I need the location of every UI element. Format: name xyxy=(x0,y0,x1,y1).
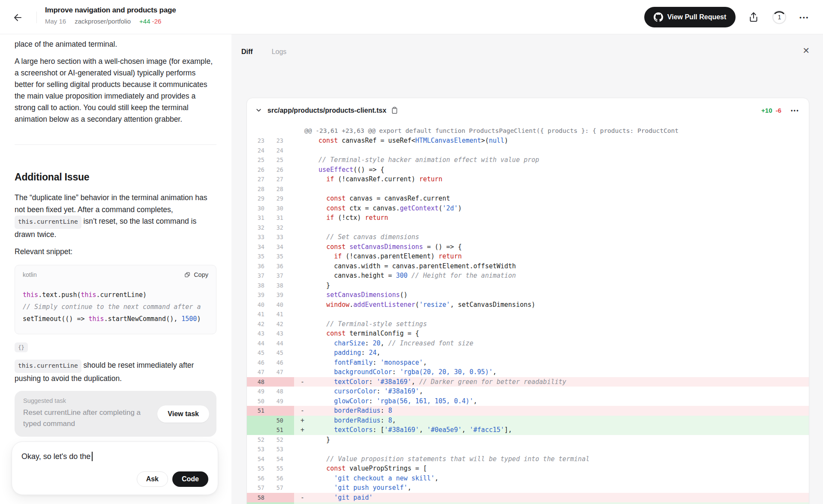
repo-name: zackproser/portfolio xyxy=(75,18,131,25)
diff-row: 51- borderRadius: 8 xyxy=(247,406,809,416)
copy-path-button[interactable] xyxy=(391,107,398,114)
diff-row: 5252 } xyxy=(247,435,809,445)
file-deletions: -6 xyxy=(776,107,781,114)
diff-rows: 2323 const canvasRef = useRef<HTMLCanvas… xyxy=(247,136,809,504)
diff-file-header: src/app/products/products-client.tsx +10… xyxy=(247,98,809,123)
diff-row: 3636 canvas.width = canvas.parentElement… xyxy=(247,261,809,271)
deletions-count: -26 xyxy=(152,18,162,25)
hunk-header: @@ -23,61 +23,63 @@ export default funct… xyxy=(247,126,809,136)
diff-row: 3737 canvas.height = 300 // Height for t… xyxy=(247,271,809,281)
diff-row: 4040 window.addEventListener('resize', s… xyxy=(247,300,809,310)
collapse-file-button[interactable] xyxy=(255,107,262,114)
diff-row: 4444 charSize: 20, // Increased font siz… xyxy=(247,339,809,348)
relevant-snippet-label: Relevant snippet: xyxy=(15,246,216,258)
diff-row: 50+ borderRadius: 8, xyxy=(247,416,809,426)
diff-row: 5454 // Value proposition statements tha… xyxy=(247,454,809,464)
diff-row: 5656 'git checkout a new skill', xyxy=(247,474,809,483)
inline-code-chip: this.currentLine xyxy=(15,360,81,373)
diff-row: 2525 // Terminal-style hacker animation … xyxy=(247,155,809,165)
tab-diff[interactable]: Diff xyxy=(241,48,253,56)
suggested-task-card: Suggested task Reset currentLine after c… xyxy=(15,391,216,437)
chat-panel: place of the animated terminal. A large … xyxy=(0,34,231,504)
diff-row: 4343 const terminalConfig = { xyxy=(247,329,809,339)
diff-row: 3131 if (!ctx) return xyxy=(247,213,809,223)
code-button[interactable]: Code xyxy=(172,471,208,487)
diff-row: 51+ textColors: ['#38a169', '#0ea5e9', '… xyxy=(247,425,809,435)
view-pull-request-label: View Pull Request xyxy=(667,13,727,21)
paragraph-fragment: place of the animated terminal. xyxy=(15,39,216,50)
notification-badge[interactable]: 1 xyxy=(772,9,787,25)
app-header: Improve navigation and products page May… xyxy=(0,0,823,34)
suggested-task-label: Suggested task xyxy=(23,397,208,404)
diff-row: 3939 setCanvasDimensions() xyxy=(247,290,809,300)
snippet-language: kotlin xyxy=(23,271,37,278)
diff-row: 3333 // Set canvas dimensions xyxy=(247,232,809,242)
back-button[interactable] xyxy=(10,10,26,25)
diff-row: 4242 // Terminal-style settings xyxy=(247,319,809,329)
view-pull-request-button[interactable]: View Pull Request xyxy=(644,7,736,27)
additional-issue-heading: Additional Issue xyxy=(15,171,216,183)
diff-row: 3838 } xyxy=(247,281,809,291)
composer-input[interactable]: Okay, so let's do the xyxy=(21,452,208,461)
composer-actions: Ask Code xyxy=(21,471,208,487)
diff-row: 3434 const setCanvasDimensions = () => { xyxy=(247,242,809,252)
composer-card: Okay, so let's do the Ask Code xyxy=(12,441,218,495)
arrow-left-icon xyxy=(13,12,23,23)
diff-row: 58- 'git paid' xyxy=(247,493,809,503)
snippet-line: this.text.push(this.currentLine) xyxy=(23,289,208,301)
diff-row: 4646 fontFamily: 'monospace', xyxy=(247,358,809,368)
copy-icon xyxy=(184,271,191,278)
diff-row: 4141 xyxy=(247,309,809,319)
github-icon xyxy=(654,12,663,22)
copy-button[interactable]: Copy xyxy=(184,271,208,278)
share-button[interactable] xyxy=(748,11,759,23)
diff-row: 2626 useEffect(() => { xyxy=(247,165,809,175)
diff-row: 4948 cursorColor: '#38a169', xyxy=(247,387,809,396)
view-task-button[interactable]: View task xyxy=(157,405,209,423)
diff-row: 5555 const valuePropStrings = [ xyxy=(247,464,809,474)
snippet-code: this.text.push(this.currentLine)// Simpl… xyxy=(15,278,216,334)
title-block: Improve navigation and products page May… xyxy=(45,6,176,25)
diff-row: 3232 xyxy=(247,223,809,233)
session-title: Improve navigation and products page xyxy=(45,6,176,15)
header-menu-button[interactable]: ••• xyxy=(799,14,809,21)
file-path: src/app/products/products-client.tsx xyxy=(267,107,386,114)
header-actions: View Pull Request 1 ••• xyxy=(644,7,809,27)
diff-row: 5353 xyxy=(247,444,809,454)
snippet-header: kotlin Copy xyxy=(15,265,216,278)
diff-file-card: src/app/products/products-client.tsx +10… xyxy=(246,98,809,504)
header-divider xyxy=(36,12,37,23)
paragraph-hero: A large hero section with a well-chosen … xyxy=(15,56,216,125)
diff-row: 3030 const ctx = canvas.getContext('2d') xyxy=(247,204,809,213)
close-panel-button[interactable]: ✕ xyxy=(802,46,810,55)
diff-row: 5757 'git push yourself', xyxy=(247,483,809,493)
diff-row: 2929 const canvas = canvasRef.current xyxy=(247,194,809,204)
diff-row: 2828 xyxy=(247,184,809,194)
inline-code-chip: this.currentLine xyxy=(15,216,81,229)
badge-count: 1 xyxy=(778,14,781,21)
panel-tabs: Diff Logs xyxy=(241,48,286,56)
diff-row: 4747 backgroundColor: 'rgba(20, 20, 30, … xyxy=(247,367,809,377)
snippet-line: setTimeout(() => this.startNewCommand(),… xyxy=(23,313,208,325)
diff-panel: Diff Logs ✕ src/app/products/products-cl… xyxy=(231,34,823,504)
issue-paragraph: The “duplicate line” behavior in the ter… xyxy=(15,192,216,240)
file-additions: +10 xyxy=(761,107,772,114)
reset-note: this.currentLine should be reset immedia… xyxy=(15,360,216,384)
diff-row xyxy=(247,502,809,504)
file-menu-button[interactable]: ••• xyxy=(791,108,799,114)
diff-row: 5049 glowColor: 'rgba(56, 161, 105, 0.4)… xyxy=(247,396,809,406)
additions-count: +44 xyxy=(139,18,150,25)
suggested-task-title: Reset currentLine after completing a typ… xyxy=(23,407,145,429)
ask-button[interactable]: Ask xyxy=(137,471,168,487)
code-snippet-block: kotlin Copy this.text.push(this.currentL… xyxy=(15,265,216,334)
tab-logs[interactable]: Logs xyxy=(272,48,287,56)
diff-row: 48- textColor: '#38a169', // Darker gree… xyxy=(247,377,809,387)
diff-row: 2323 const canvasRef = useRef<HTMLCanvas… xyxy=(247,136,809,146)
diff-row: 3535 if (!canvas.parentElement) return xyxy=(247,252,809,261)
diff-row: 2424 xyxy=(247,146,809,156)
chevron-down-icon xyxy=(255,107,262,114)
code-reference-chip[interactable]: {} xyxy=(15,342,28,352)
diff-row: 4545 padding: 24, xyxy=(247,348,809,358)
session-date: May 16 xyxy=(45,18,66,25)
clipboard-icon xyxy=(391,107,398,114)
